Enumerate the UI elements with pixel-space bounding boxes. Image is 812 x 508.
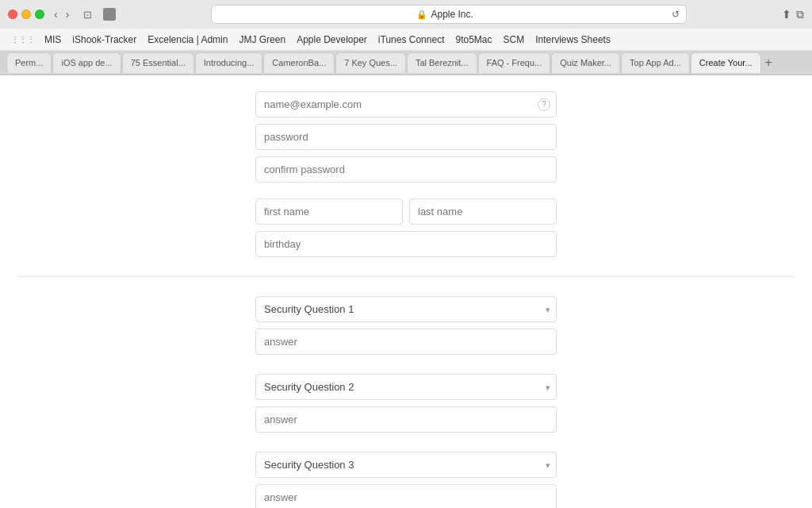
maximize-button[interactable] (35, 10, 44, 19)
bookmark-apple-dev[interactable]: Apple Developer (292, 33, 372, 47)
security-a1-group (255, 329, 557, 355)
spacer3 (255, 277, 557, 290)
bookmark-ishook[interactable]: iShook-Tracker (67, 33, 141, 47)
bookmark-jmj[interactable]: JMJ Green (234, 33, 290, 47)
birthday-input[interactable] (255, 231, 557, 257)
bookmark-9to5mac[interactable]: 9to5Mac (450, 33, 496, 47)
browser-actions: ⬆ ⧉ (782, 8, 804, 21)
security-a3-input[interactable] (255, 484, 557, 508)
security-a3-group (255, 484, 557, 508)
address-bar-content: 🔒 Apple Inc. (218, 9, 672, 20)
email-input[interactable] (255, 91, 557, 117)
first-name-input[interactable] (255, 198, 403, 225)
title-bar: ‹ › ⊡ 🔒 Apple Inc. ↺ ⬆ ⧉ (0, 0, 812, 29)
lock-icon: 🔒 (416, 10, 427, 20)
minimize-button[interactable] (21, 10, 31, 19)
new-tab-button[interactable]: ⧉ (796, 8, 804, 21)
grid-icon[interactable]: ⋮⋮⋮ (8, 33, 38, 45)
tab-10[interactable]: Create Your... (691, 52, 761, 73)
security-section-1: Security Question 1 ▾ (255, 290, 557, 368)
security-a2-group (255, 406, 557, 433)
address-bar[interactable]: 🔒 Apple Inc. ↺ (211, 5, 687, 24)
security-q3-select[interactable]: Security Question 3 (255, 452, 557, 478)
new-tab-add-button[interactable]: + (762, 56, 776, 70)
tab-8[interactable]: Quiz Maker... (551, 52, 620, 73)
back-button[interactable]: ‹ (51, 6, 61, 22)
close-button[interactable] (8, 10, 17, 19)
email-group: ? (255, 91, 557, 117)
tab-3[interactable]: Introducing... (195, 52, 263, 73)
traffic-lights (8, 10, 44, 19)
sidebar-toggle-button[interactable]: ⊡ (79, 7, 97, 22)
tab-icon (103, 8, 116, 21)
security-q3-wrapper: Security Question 3 ▾ (255, 452, 557, 478)
security-a1-input[interactable] (255, 329, 557, 355)
security-section-3: Security Question 3 ▾ (255, 445, 557, 508)
tab-2[interactable]: 75 Essential... (122, 52, 194, 73)
name-row (255, 198, 557, 225)
tabs-bar: Perm... iOS app de... 75 Essential... In… (0, 51, 812, 75)
security-q2-select[interactable]: Security Question 2 (255, 374, 557, 400)
spacer (255, 189, 557, 198)
tab-9[interactable]: Top App Ad... (621, 52, 690, 73)
security-q1-wrapper: Security Question 1 ▾ (255, 296, 557, 322)
tab-0[interactable]: Perm... (6, 52, 52, 73)
tab-1[interactable]: iOS app de... (52, 52, 121, 73)
share-button[interactable]: ⬆ (782, 8, 791, 21)
password-group (255, 124, 557, 150)
birthday-group (255, 231, 557, 257)
nav-buttons: ‹ › (51, 6, 72, 22)
bookmark-excelencia[interactable]: Excelencia | Admin (143, 33, 232, 47)
address-text: Apple Inc. (431, 9, 473, 20)
confirm-password-group (255, 156, 557, 183)
bookmark-mis[interactable]: MIS (40, 33, 66, 47)
tab-7[interactable]: FAQ - Frequ... (478, 52, 551, 73)
reload-button[interactable]: ↺ (672, 9, 680, 20)
security-q2-wrapper: Security Question 2 ▾ (255, 374, 557, 400)
security-q1-select[interactable]: Security Question 1 (255, 296, 557, 322)
tab-4[interactable]: CameronBa... (263, 52, 335, 73)
last-name-group (409, 198, 557, 225)
page-content: ? (0, 75, 812, 508)
browser-chrome: ‹ › ⊡ 🔒 Apple Inc. ↺ ⬆ ⧉ ⋮⋮⋮ MIS iShook-… (0, 0, 812, 75)
confirm-password-input[interactable] (255, 156, 557, 183)
password-input[interactable] (255, 124, 557, 150)
spacer2 (255, 264, 557, 276)
security-a2-input[interactable] (255, 406, 557, 433)
bookmark-scm[interactable]: SCM (499, 33, 530, 47)
bookmark-interviews[interactable]: Interviews Sheets (530, 33, 615, 47)
tab-6[interactable]: Tal Bereznit... (407, 52, 477, 73)
forward-button[interactable]: › (63, 6, 73, 22)
security-section-2: Security Question 2 ▾ (255, 368, 557, 445)
last-name-input[interactable] (409, 198, 557, 225)
bookmarks-bar: ⋮⋮⋮ MIS iShook-Tracker Excelencia | Admi… (0, 29, 812, 51)
first-name-group (255, 198, 403, 225)
bookmark-itunes[interactable]: iTunes Connect (373, 33, 450, 47)
registration-form: ? (255, 75, 557, 508)
tab-5[interactable]: 7 Key Ques... (335, 52, 406, 73)
email-input-wrapper: ? (255, 91, 557, 117)
help-icon[interactable]: ? (538, 98, 550, 111)
